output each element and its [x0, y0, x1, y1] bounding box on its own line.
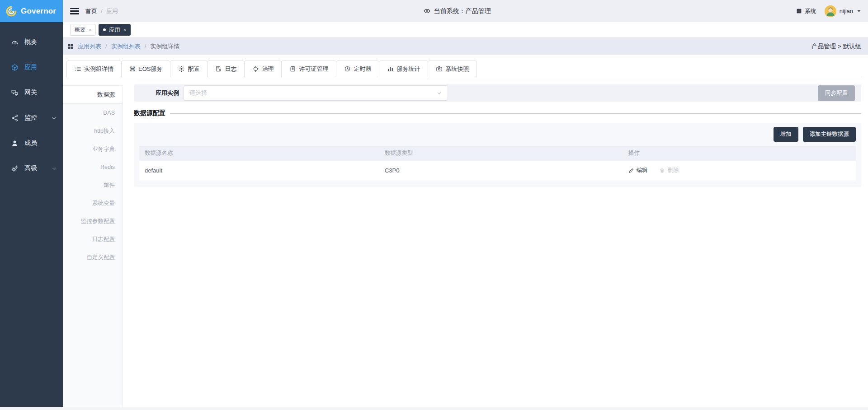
add-button[interactable]: 增加 [774, 127, 798, 142]
cell-datasource-type: C3P0 [379, 161, 623, 181]
close-icon[interactable]: × [123, 27, 126, 33]
col-datasource-type: 数据源类型 [379, 146, 623, 161]
grid-icon [796, 8, 802, 14]
app-logo-text: Governor [21, 7, 56, 16]
page-breadcrumb: 应用列表 / 实例组列表 / 实例组详情 产品管理 > 默认组 [63, 38, 868, 55]
subnav-item-system-vars[interactable]: 系统变量 [63, 194, 122, 212]
table-row: default C3P0 编辑 [139, 161, 856, 181]
section-divider [170, 113, 861, 114]
active-dot-icon [103, 28, 106, 31]
eye-icon [423, 7, 431, 15]
subnav-item-datasource[interactable]: 数据源 [63, 86, 122, 104]
subnav-item-monitor-params[interactable]: 监控参数配置 [63, 212, 122, 230]
chevron-down-icon [52, 166, 57, 171]
open-tab-overview[interactable]: 概要 × [70, 24, 96, 36]
subnav-item-business-dict[interactable]: 业务字典 [63, 140, 122, 158]
gateway-icon [11, 89, 19, 97]
breadcrumb-section: 应用 [106, 7, 118, 15]
current-system: 当前系统：产品管理 [124, 7, 790, 15]
tab-timer[interactable]: 定时器 [336, 61, 379, 77]
tab-logs[interactable]: 日志 [207, 61, 245, 77]
sidebar-item-advanced[interactable]: 高级 [0, 156, 63, 181]
chevron-down-icon [436, 90, 442, 96]
subnav-item-mail[interactable]: 邮件 [63, 176, 122, 194]
edit-button[interactable]: 编辑 [628, 167, 648, 174]
subnav-item-redis[interactable]: Redis [63, 158, 122, 176]
username: nijian [840, 8, 853, 14]
open-tabs-strip: 概要 × 应用 × [63, 22, 868, 38]
breadcrumb-current: 实例组详情 [150, 42, 179, 51]
gauge-icon [11, 38, 19, 46]
breadcrumb-home[interactable]: 首页 [85, 7, 97, 15]
trash-icon [659, 168, 665, 173]
sidebar-item-monitor[interactable]: 监控 [0, 105, 63, 130]
user-icon [11, 140, 19, 147]
tab-service-statistics[interactable]: 服务统计 [379, 61, 428, 77]
select-placeholder: 请选择 [189, 89, 436, 97]
log-file-icon [215, 65, 222, 72]
tab-system-snapshot[interactable]: 系统快照 [428, 61, 477, 77]
sync-config-button[interactable]: 同步配置 [818, 85, 855, 101]
datasource-panel: 增加 添加主键数据源 数据源名称 数据源类型 操作 [134, 123, 861, 187]
app-instance-select[interactable]: 请选择 [184, 85, 448, 101]
list-icon [75, 65, 81, 72]
top-bar: Governor 首页 / 应用 当前系统：产品管理 [0, 0, 868, 22]
sidebar-item-members[interactable]: 成员 [0, 130, 63, 156]
subnav-item-http-access[interactable]: http接入 [63, 122, 122, 140]
aim-icon [252, 65, 259, 72]
license-icon [289, 65, 296, 72]
tab-configuration[interactable]: 配置 [170, 61, 208, 77]
tab-eos-service[interactable]: ⌘ EOS服务 [121, 61, 170, 77]
chevron-down-icon [52, 116, 57, 121]
detail-tab-menu: 实例组详情 ⌘ EOS服务 配置 [66, 61, 861, 77]
subnav-item-das[interactable]: DAS [63, 104, 122, 122]
main-sidebar: 概要 应用 网关 [0, 22, 63, 410]
governor-swirl-icon [5, 5, 17, 17]
tab-instance-group-detail[interactable]: 实例组详情 [66, 61, 122, 77]
context-label: 产品管理 > 默认组 [811, 42, 861, 51]
share-nodes-icon [11, 114, 19, 122]
delete-button[interactable]: 删除 [659, 167, 679, 174]
breadcrumb-app-list[interactable]: 应用列表 [78, 42, 101, 51]
close-icon[interactable]: × [89, 27, 91, 33]
col-datasource-name: 数据源名称 [139, 146, 379, 161]
main-content: 应用实例 请选择 同步配置 数据源配置 增加 [123, 77, 868, 410]
app-instance-row: 应用实例 请选择 同步配置 [134, 84, 861, 102]
user-menu[interactable]: nijian [825, 5, 861, 17]
apps-grid-icon [67, 43, 74, 50]
sidebar-item-overview[interactable]: 概要 [0, 29, 63, 55]
sidebar-item-application[interactable]: 应用 [0, 55, 63, 80]
add-primary-datasource-button[interactable]: 添加主键数据源 [803, 127, 856, 142]
tab-license-management[interactable]: 许可证管理 [281, 61, 336, 77]
window-bottom-strip [0, 407, 868, 410]
app-logo: Governor [0, 0, 63, 22]
open-tab-application[interactable]: 应用 × [99, 24, 130, 36]
gears-icon [11, 165, 19, 172]
datasource-section-header: 数据源配置 [134, 109, 861, 117]
breadcrumb-separator: / [101, 8, 103, 14]
col-operations: 操作 [623, 146, 856, 161]
system-menu[interactable]: 系统 [796, 7, 816, 15]
subnav-item-custom-config[interactable]: 自定义配置 [63, 248, 122, 266]
app-instance-label: 应用实例 [156, 89, 179, 97]
current-system-label: 当前系统：产品管理 [434, 7, 491, 15]
hamburger-menu-icon[interactable] [70, 8, 79, 14]
sidebar-item-gateway[interactable]: 网关 [0, 80, 63, 105]
camera-icon [436, 65, 443, 72]
command-icon: ⌘ [129, 66, 136, 72]
system-menu-label: 系统 [805, 7, 816, 15]
caret-down-icon [857, 10, 861, 12]
config-subnav: 数据源 DAS http接入 业务字典 Redis 邮件 系统变量 监控参数配置… [63, 85, 123, 410]
subnav-item-log-config[interactable]: 日志配置 [63, 230, 122, 248]
section-title: 数据源配置 [134, 109, 165, 117]
bar-chart-icon [387, 65, 394, 72]
gear-icon [178, 65, 185, 72]
pencil-icon [628, 168, 634, 173]
breadcrumb-instance-group-list[interactable]: 实例组列表 [111, 42, 141, 51]
cell-datasource-name: default [139, 161, 379, 181]
clock-icon [344, 65, 351, 72]
topbar-breadcrumb: 首页 / 应用 [85, 7, 118, 15]
avatar [825, 5, 836, 17]
cube-icon [11, 64, 19, 71]
tab-governance[interactable]: 治理 [244, 61, 282, 77]
